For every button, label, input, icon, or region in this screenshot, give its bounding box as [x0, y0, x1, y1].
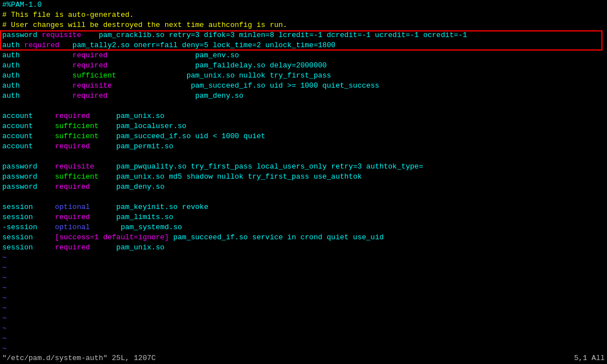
editor-line: auth required pam_faildelay.so delay=200… [2, 61, 605, 71]
editor-line: ~ [2, 293, 605, 303]
editor-line: ~ [2, 324, 605, 334]
status-bar: "/etc/pam.d/system-auth" 25L, 1207C 5,1 … [0, 353, 607, 364]
editor-line: password required pam_deny.so [2, 182, 605, 192]
editor-line: session [success=1 default=ignore] pam_s… [2, 233, 605, 243]
editor-line: session required pam_unix.so [2, 243, 605, 253]
editor-line: password requisite pam_cracklib.so retry… [2, 30, 605, 40]
editor-line: auth required pam_tally2.so onerr=fail d… [2, 40, 605, 51]
status-left: "/etc/pam.d/system-auth" 25L, 1207C [2, 353, 574, 364]
editor-line: session required pam_limits.so [2, 212, 605, 222]
editor-line: account required pam_permit.so [2, 142, 605, 152]
editor-line [2, 152, 605, 162]
editor-line: ~ [2, 344, 605, 353]
editor-line: ~ [2, 273, 605, 283]
editor-line: password requisite pam_pwquality.so try_… [2, 162, 605, 172]
editor-line [2, 101, 605, 111]
editor-line: auth required pam_env.so [2, 51, 605, 61]
editor-line: session optional pam_keyinit.so revoke [2, 202, 605, 212]
editor-line: account sufficient pam_localuser.so [2, 121, 605, 131]
editor-line: ~ [2, 253, 605, 263]
editor-line: account sufficient pam_succeed_if.so uid… [2, 131, 605, 142]
editor-line: auth sufficient pam_unix.so nullok try_f… [2, 71, 605, 81]
status-right: 5,1 All [574, 353, 605, 364]
editor-line: -session optional pam_systemd.so [2, 222, 605, 233]
editor-line: ~ [2, 283, 605, 293]
editor-line: ~ [2, 263, 605, 273]
editor-line: account required pam_unix.so [2, 111, 605, 121]
editor-line: # User changes will be destroyed the nex… [2, 20, 605, 30]
editor-line: auth requisite pam_succeed_if.so uid >= … [2, 81, 605, 91]
editor-line [2, 192, 605, 202]
editor-line: # This file is auto-generated. [2, 10, 605, 20]
editor-line: ~ [2, 303, 605, 313]
editor-line: auth required pam_deny.so [2, 91, 605, 101]
editor-area: #%PAM-1.0# This file is auto-generated.#… [0, 0, 607, 353]
editor-line: password sufficient pam_unix.so md5 shad… [2, 172, 605, 182]
editor-line: ~ [2, 313, 605, 324]
editor-line: #%PAM-1.0 [2, 0, 605, 10]
editor-line: ~ [2, 334, 605, 344]
